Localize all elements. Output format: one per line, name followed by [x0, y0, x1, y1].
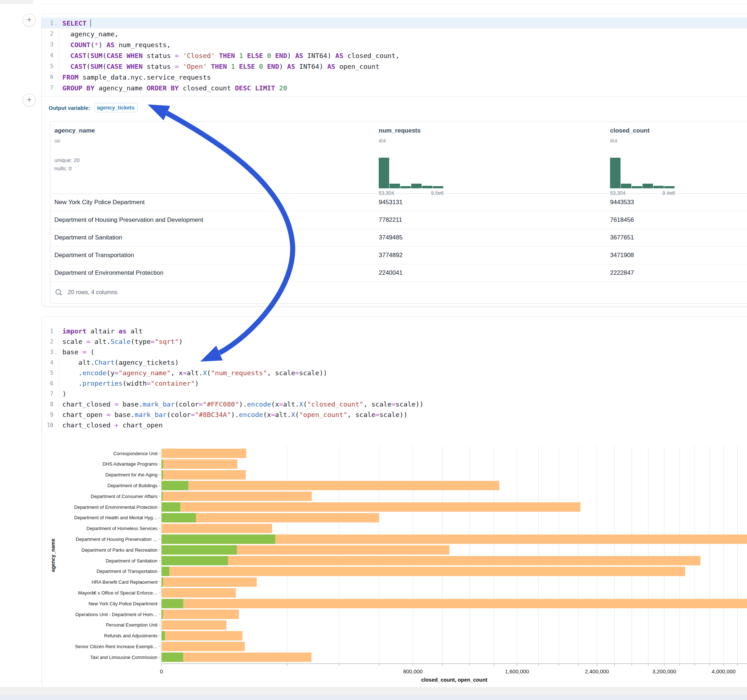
- table-cell: 3677651: [610, 234, 634, 241]
- fold-gutter: [53, 341, 59, 342]
- line-number: 9: [42, 412, 53, 418]
- table-cell: 3749485: [379, 234, 402, 241]
- y-tick-label: Refunds and Adjustments: [104, 633, 158, 638]
- x-tick-label: 800,000: [403, 668, 423, 674]
- python-line-5[interactable]: 5 .encode(y="agency_name", x=alt.X("num_…: [42, 368, 747, 378]
- sql-editor[interactable]: 1⌄SELECT 2 agency_name,3 COUNT(*) AS num…: [42, 18, 747, 93]
- x-tick-label: 2,400,000: [585, 668, 609, 674]
- code-text: chart_open = base.mark_bar(color="#8BC34…: [59, 411, 747, 418]
- bar-closed-count: [162, 492, 312, 501]
- fold-gutter: [53, 55, 59, 56]
- table-row[interactable]: Department of Transportation377489234719…: [50, 247, 747, 264]
- bar-open-count: [162, 567, 169, 576]
- code-text: CAST(SUM(CASE WHEN status = 'Closed' THE…: [59, 52, 747, 59]
- python-line-10[interactable]: 10chart_closed + chart_open: [42, 420, 747, 430]
- add-cell-button[interactable]: +: [23, 14, 36, 27]
- line-number: 3: [42, 349, 53, 355]
- table-footer: 20 rows, 4 columns: [50, 282, 747, 303]
- code-text: SELECT: [59, 20, 747, 27]
- python-line-7[interactable]: 7): [42, 389, 747, 399]
- output-variable-pill[interactable]: agency_tickets: [94, 103, 138, 112]
- table-cell: New York City Police Department: [54, 199, 145, 206]
- fold-gutter: [53, 66, 59, 67]
- table-row[interactable]: New York City Police Department945313194…: [50, 194, 747, 211]
- fold-chevron-icon[interactable]: ⌄: [53, 349, 59, 355]
- sql-line-3[interactable]: 3 COUNT(*) AS num_requests,: [42, 39, 747, 50]
- table-row[interactable]: Department of Sanitation37494853677651: [50, 229, 747, 247]
- column-stats: unique: 20nulls: 0: [54, 156, 95, 172]
- bar-closed-count: [162, 567, 685, 576]
- sql-line-6[interactable]: 6FROM sample_data.nyc.service_requests: [42, 72, 747, 83]
- search-icon[interactable]: [55, 288, 63, 296]
- bar-closed-count: [162, 588, 236, 597]
- page-bottom-gap: [0, 687, 747, 695]
- fold-gutter: [53, 383, 59, 384]
- python-editor[interactable]: 1import altair as alt2scale = alt.Scale(…: [42, 326, 747, 430]
- column-header-closed_count[interactable]: closed_counti6453,3049.4e6: [610, 127, 650, 144]
- bar-closed-count: [162, 481, 499, 490]
- python-line-6[interactable]: 6 .properties(width="container"): [42, 378, 747, 389]
- python-line-9[interactable]: 9chart_open = base.mark_bar(color="#8BC3…: [42, 409, 747, 420]
- fold-chevron-icon[interactable]: ⌄: [53, 20, 59, 26]
- column-header-num_requests[interactable]: num_requestsi6453,3049.5e6: [379, 127, 420, 144]
- python-line-3[interactable]: 3⌄base = (: [42, 347, 747, 357]
- table-cell: 3774892: [379, 252, 402, 259]
- y-tick-label: Department for the Aging: [105, 472, 157, 477]
- python-line-1[interactable]: 1import altair as alt: [42, 326, 747, 336]
- bar-open-count: [162, 652, 183, 662]
- python-line-8[interactable]: 8chart_closed = base.mark_bar(color="#FF…: [42, 399, 747, 409]
- fold-gutter: [53, 44, 59, 45]
- y-tick-label: Department of Homeless Services: [86, 526, 158, 531]
- code-text: GROUP BY agency_name ORDER BY closed_cou…: [59, 84, 747, 92]
- python-line-4[interactable]: 4 alt.Chart(agency_tickets): [42, 357, 747, 368]
- y-tick-label: New York City Police Department: [89, 601, 158, 606]
- table-cell: 2240041: [379, 269, 402, 276]
- sql-line-7[interactable]: 7GROUP BY agency_name ORDER BY closed_co…: [42, 83, 747, 93]
- previous-cell-bottom-border: [41, 4, 747, 4]
- x-tick-label: 0: [160, 668, 163, 674]
- result-table: agency_namestrunique: 20nulls: 0num_requ…: [50, 121, 747, 303]
- table-row[interactable]: Department of Environmental Protection22…: [50, 264, 747, 282]
- add-cell-button[interactable]: +: [23, 94, 36, 107]
- sql-line-2[interactable]: 2 agency_name,: [42, 29, 747, 39]
- code-text: import altair as alt: [59, 327, 747, 335]
- y-tick-label: DHS Advantage Programs: [103, 461, 158, 467]
- bar-open-count: [162, 534, 275, 544]
- bar-closed-count: [162, 642, 245, 651]
- column-header-agency_name[interactable]: agency_namestrunique: 20nulls: 0: [54, 127, 95, 172]
- histogram-bar: [400, 186, 411, 188]
- fold-gutter: [53, 362, 59, 363]
- sql-line-1[interactable]: 1⌄SELECT: [42, 18, 747, 29]
- fold-gutter: [53, 88, 59, 89]
- bar-open-count: [162, 502, 180, 512]
- fold-gutter: [53, 372, 59, 373]
- table-row[interactable]: Department of Housing Preservation and D…: [50, 211, 747, 229]
- column-type: str: [54, 137, 95, 144]
- line-number: 10: [42, 422, 53, 428]
- code-text: CAST(SUM(CASE WHEN status = 'Open' THEN …: [59, 63, 747, 70]
- line-number: 2: [42, 338, 53, 345]
- y-tick-label: Operations Unit - Department of Hom…: [75, 612, 157, 617]
- bar-open-count: [162, 481, 189, 490]
- table-cell: 2222847: [610, 269, 634, 276]
- line-number: 7: [42, 391, 53, 397]
- bar-closed-count: [162, 599, 747, 608]
- table-cell: 7618456: [610, 216, 634, 223]
- sql-line-5[interactable]: 5 CAST(SUM(CASE WHEN status = 'Open' THE…: [42, 61, 747, 72]
- column-histogram: [379, 158, 444, 188]
- code-text: .encode(y="agency_name", x=alt.X("num_re…: [59, 369, 747, 377]
- fold-gutter: [53, 33, 59, 35]
- x-tick-label: 3,200,000: [652, 668, 676, 674]
- table-cell: Department of Sanitation: [54, 234, 122, 241]
- line-number: 3: [42, 41, 53, 48]
- python-line-2[interactable]: 2scale = alt.Scale(type="sqrt"): [42, 336, 747, 347]
- y-tick-label: Department of Consumer Affairs: [91, 494, 158, 499]
- histogram-bar: [664, 186, 674, 188]
- bar-closed-count: [162, 609, 239, 619]
- code-text: base = (: [59, 348, 747, 356]
- line-number: 5: [42, 63, 53, 69]
- line-number: 4: [42, 52, 53, 59]
- bar-closed-count: [162, 470, 246, 480]
- sql-line-4[interactable]: 4 CAST(SUM(CASE WHEN status = 'Closed' T…: [42, 50, 747, 61]
- output-variable-label: Output variable:: [48, 105, 90, 111]
